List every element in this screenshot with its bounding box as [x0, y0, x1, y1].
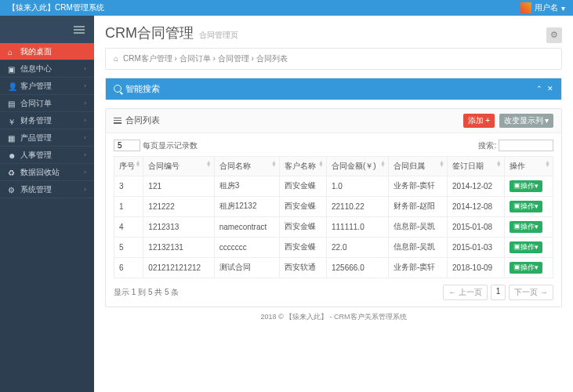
trash-icon: ♻	[8, 169, 16, 176]
cell-cust: 西安金蝶	[279, 196, 326, 216]
search-icon	[114, 85, 121, 93]
sidebar-item-label: 财务管理	[20, 115, 52, 126]
sidebar-item-1[interactable]: ▣信息中心›	[0, 60, 94, 78]
row-action-button[interactable]: ▣操作▾	[510, 201, 542, 212]
avatar	[520, 2, 531, 13]
sidebar-item-0[interactable]: ⌂我的桌面	[0, 43, 94, 60]
cell-amount: 125666.0	[327, 257, 389, 278]
cell-date: 2014-12-08	[448, 196, 505, 216]
sidebar-item-7[interactable]: ♻数据回收站›	[0, 164, 94, 181]
cell-amount: 1.0	[327, 176, 389, 196]
cell-date: 2015-01-08	[448, 216, 505, 237]
main-content: CRM合同管理 合同管理页 ⚙ ⌂ CRM客户管理 › 合同订单 › 合同管理 …	[94, 16, 573, 392]
gear-icon: ⚙	[8, 186, 16, 194]
next-page-button[interactable]: 下一页 →	[509, 285, 553, 300]
sidebar-item-label: 信息中心	[20, 64, 52, 74]
sidebar-item-5[interactable]: ▦产品管理›	[0, 129, 94, 147]
settings-button[interactable]: ⚙	[546, 27, 562, 43]
cell-name: 测试合同	[214, 257, 279, 278]
cell-date: 2014-12-02	[448, 176, 505, 196]
column-header[interactable]: 合同名称▲▼	[214, 156, 279, 176]
sidebar-item-label: 系统管理	[20, 184, 52, 195]
cell-cust: 西安金蝶	[279, 176, 326, 196]
column-header[interactable]: 合同归属▲▼	[388, 156, 447, 176]
cube-icon: ▦	[8, 134, 16, 142]
sidebar-toggle[interactable]	[0, 16, 94, 43]
cell-no: 4	[114, 216, 143, 237]
search-label: 搜索:	[478, 141, 496, 150]
row-action-button[interactable]: ▣操作▾	[510, 180, 542, 192]
page-title: CRM合同管理	[105, 25, 194, 41]
column-header[interactable]: 合同编号▲▼	[143, 156, 214, 176]
cell-code: 121	[143, 176, 214, 196]
cell-code: 021212121212	[143, 257, 214, 278]
yen-icon: ￥	[8, 117, 16, 125]
cell-owner: 业务部-窦轩	[388, 257, 447, 278]
cell-amount: 22.0	[327, 237, 389, 257]
chevron-right-icon: ›	[84, 151, 86, 158]
cell-cust: 西安软通	[279, 257, 326, 278]
cell-no: 1	[114, 196, 143, 216]
chevron-right-icon: ›	[84, 169, 86, 176]
table-row: 1121222租房12132西安金蝶22110.22财务部-赵阳2014-12-…	[114, 196, 553, 216]
sort-icon: ▲▼	[135, 161, 140, 167]
cell-code: 1212313	[143, 216, 214, 237]
cell-code: 121222	[143, 196, 214, 216]
cell-date: 2015-01-03	[448, 237, 505, 257]
cell-name: namecontract	[214, 216, 279, 237]
sidebar-item-8[interactable]: ⚙系统管理›	[0, 181, 94, 198]
column-header[interactable]: 操作▲▼	[504, 156, 553, 176]
table-info: 显示 1 到 5 共 5 条	[114, 287, 179, 298]
breadcrumb-item[interactable]: CRM客户管理	[123, 54, 172, 63]
column-header[interactable]: 序号▲▼	[114, 156, 143, 176]
table-row: 6021212121212测试合同西安软通125666.0业务部-窦轩2018-…	[114, 257, 553, 278]
home-icon: ⌂	[8, 48, 16, 56]
breadcrumb: ⌂ CRM客户管理 › 合同订单 › 合同管理 › 合同列表	[105, 48, 562, 70]
chevron-right-icon: ›	[84, 82, 86, 89]
page-size-select[interactable]	[114, 140, 140, 151]
cell-name: 租房12132	[214, 196, 279, 216]
column-header[interactable]: 合同金额(￥)▲▼	[327, 156, 389, 176]
search-input[interactable]	[499, 140, 553, 151]
sidebar-item-2[interactable]: 👤客户管理›	[0, 78, 94, 95]
sort-icon: ▲▼	[206, 161, 212, 167]
info-icon: ▣	[8, 65, 16, 73]
change-columns-button[interactable]: 改变显示列▾	[499, 114, 553, 128]
close-icon[interactable]: ✕	[547, 85, 553, 93]
row-action-button[interactable]: ▣操作▾	[510, 262, 542, 274]
cell-date: 2018-10-09	[448, 257, 505, 278]
breadcrumb-item[interactable]: 合同订单	[180, 54, 211, 63]
list-icon	[114, 118, 121, 124]
sidebar-item-4[interactable]: ￥财务管理›	[0, 112, 94, 129]
cell-name: 租房3	[214, 176, 279, 196]
breadcrumb-item[interactable]: 合同管理	[218, 54, 249, 63]
person-icon: ☻	[8, 151, 16, 159]
pager: ← 上一页 1 下一页 →	[443, 285, 553, 300]
chevron-right-icon: ›	[84, 117, 86, 124]
page-number[interactable]: 1	[491, 285, 506, 300]
cell-no: 6	[114, 257, 143, 278]
chevron-right-icon: ›	[84, 100, 86, 107]
sidebar: ⌂我的桌面▣信息中心›👤客户管理›▤合同订单›￥财务管理›▦产品管理›☻人事管理…	[0, 16, 94, 392]
cell-amount: 111111.0	[327, 216, 389, 237]
add-button[interactable]: 添加+	[463, 114, 495, 128]
chevron-right-icon: ›	[84, 65, 86, 72]
cell-code: 12132131	[143, 237, 214, 257]
sidebar-item-6[interactable]: ☻人事管理›	[0, 147, 94, 164]
cell-owner: 信息部-吴凯	[388, 216, 447, 237]
column-header[interactable]: 签订日期▲▼	[448, 156, 505, 176]
gear-icon: ⚙	[550, 30, 558, 40]
sidebar-item-3[interactable]: ▤合同订单›	[0, 95, 94, 112]
table-row: 3121租房3西安金蝶1.0业务部-窦轩2014-12-02▣操作▾	[114, 176, 553, 196]
sidebar-item-label: 人事管理	[20, 150, 52, 161]
sidebar-item-label: 产品管理	[20, 132, 52, 143]
prev-page-button[interactable]: ← 上一页	[443, 285, 488, 300]
collapse-icon[interactable]: ⌃	[536, 85, 542, 93]
row-action-button[interactable]: ▣操作▾	[510, 221, 542, 233]
row-action-button[interactable]: ▣操作▾	[510, 241, 542, 253]
breadcrumb-item[interactable]: 合同列表	[256, 54, 288, 63]
contract-table: 序号▲▼合同编号▲▼合同名称▲▼客户名称▲▼合同金额(￥)▲▼合同归属▲▼签订日…	[114, 156, 553, 278]
user-menu[interactable]: 用户名 ▾	[520, 2, 565, 13]
cell-owner: 财务部-赵阳	[388, 196, 447, 216]
column-header[interactable]: 客户名称▲▼	[279, 156, 326, 176]
